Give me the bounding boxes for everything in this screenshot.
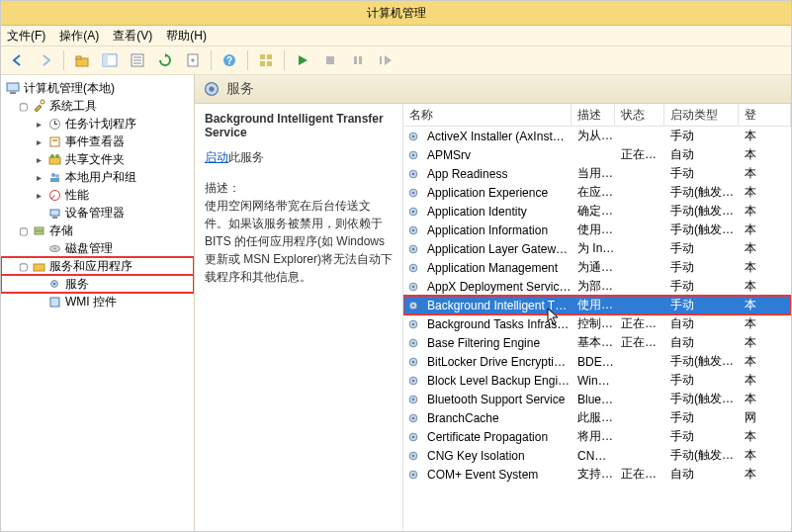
svg-rect-41 [50,298,59,307]
view-mode-button[interactable] [253,48,279,72]
col-desc[interactable]: 描述 [572,104,615,126]
service-startup: 手动 [664,240,739,257]
show-hide-console-tree-button[interactable] [97,48,123,72]
service-row[interactable]: AppX Deployment Servic…为部…手动本 [403,277,791,296]
tree-task-scheduler[interactable]: ▸任务计划程序 [1,115,194,133]
console-tree[interactable]: 计算机管理(本地) ▢ 系统工具 ▸任务计划程序 ▸事件查看器 ▸共享文件夹 ▸… [1,75,195,531]
service-row[interactable]: ActiveX Installer (AxInstSV)为从…手动本 [403,127,791,145]
tree-shared-folders[interactable]: ▸共享文件夹 [1,150,194,168]
services-list[interactable]: 名称 描述 状态 启动类型 登 ActiveX Installer (AxIns… [402,104,791,531]
service-state: 正在… [615,146,664,163]
service-startup: 手动 [664,372,739,389]
forward-button[interactable] [33,48,58,72]
tree-services[interactable]: 服务 [1,275,194,293]
menu-help[interactable]: 帮助(H) [166,28,207,44]
selected-service-name: Background Intelligent Transfer Service [205,112,393,139]
svg-point-29 [55,174,59,178]
service-row[interactable]: Block Level Backup Engi…Win…手动本 [403,371,791,390]
menu-file[interactable]: 文件(F) [7,28,45,44]
svg-point-53 [412,210,415,213]
tree-performance[interactable]: ▸性能 [1,186,194,204]
service-row[interactable]: Base Filtering Engine基本…正在…自动本 [403,333,791,352]
col-logon[interactable]: 登 [739,104,791,126]
clock-icon [46,116,62,132]
tree-disk-management[interactable]: 磁盘管理 [1,239,194,257]
service-desc: 为从… [572,128,615,144]
gear-icon [405,412,421,424]
svg-rect-16 [354,56,357,64]
svg-rect-17 [359,56,362,64]
service-logon: 网 [739,409,791,426]
service-row[interactable]: BranchCache此服…手动网 [403,408,791,427]
service-startup: 手动(触发… [664,447,739,464]
menu-view[interactable]: 查看(V) [113,28,152,44]
service-row[interactable]: CNG Key IsolationCNG…手动(触发…本 [403,446,791,465]
service-row[interactable]: COM+ Event System支持…正在…自动本 [403,465,791,484]
svg-point-61 [412,285,415,288]
service-name: Application Information [421,223,572,237]
service-name: Application Experience [421,186,572,200]
svg-point-37 [53,247,55,249]
tree-local-users[interactable]: ▸本地用户和组 [1,168,194,186]
tree-system-tools[interactable]: ▢ 系统工具 [1,97,194,115]
svg-point-59 [412,266,415,269]
svg-rect-3 [103,54,108,66]
tree-device-manager[interactable]: 设备管理器 [1,204,194,222]
refresh-button[interactable] [152,48,178,72]
service-detail-pane: Background Intelligent Transfer Service … [195,104,402,531]
column-headers[interactable]: 名称 描述 状态 启动类型 登 [403,104,791,127]
svg-rect-38 [34,264,44,271]
service-row[interactable]: Application Management为通…手动本 [403,258,791,277]
service-row[interactable]: Application Experience在应…手动(触发…本 [403,183,791,202]
svg-point-40 [53,283,56,286]
svg-rect-35 [35,231,44,234]
gear-icon [405,187,421,199]
tree-wmi[interactable]: WMI 控件 [1,293,194,310]
menu-action[interactable]: 操作(A) [59,28,99,44]
col-state[interactable]: 状态 [615,104,664,126]
gear-icon [405,450,421,462]
export-list-button[interactable] [180,48,206,72]
start-service-link[interactable]: 启动 [205,150,228,164]
col-name[interactable]: 名称 [403,104,572,126]
tree-root[interactable]: 计算机管理(本地) [1,79,194,97]
service-startup: 手动(触发… [664,222,739,238]
start-service-button[interactable] [290,48,315,72]
svg-rect-34 [35,227,44,230]
service-row[interactable]: Background Intelligent T…使用…手动本 [403,296,791,314]
help-button[interactable]: ? [217,48,242,72]
svg-rect-25 [49,157,60,164]
stop-service-button[interactable] [317,48,343,72]
tree-services-apps[interactable]: ▢服务和应用程序 [1,257,194,275]
service-row[interactable]: Background Tasks Infras…控制…正在…自动本 [403,314,791,333]
properties-button[interactable] [125,48,150,72]
service-row[interactable]: BitLocker Drive Encryptio…BDE…手动(触发…本 [403,352,791,371]
service-name: Application Layer Gatewa… [421,242,572,256]
service-desc: 将用… [572,428,615,445]
tree-storage[interactable]: ▢存储 [1,222,194,239]
service-name: CNG Key Isolation [421,449,572,463]
svg-rect-20 [10,92,16,94]
svg-point-28 [51,173,55,177]
back-button[interactable] [5,48,31,72]
gear-icon [405,431,421,443]
pause-service-button[interactable] [345,48,371,72]
service-row[interactable]: Application Information使用…手动(触发…本 [403,221,791,239]
service-name: AppX Deployment Servic… [421,280,572,294]
gear-icon [405,375,421,387]
service-row[interactable]: Bluetooth Support ServiceBlue…手动(触发…本 [403,390,791,408]
up-folder-button[interactable] [69,48,95,72]
service-logon: 本 [739,128,791,144]
col-startup[interactable]: 启动类型 [664,104,739,126]
service-row[interactable]: APMSrv正在…自动本 [403,145,791,164]
service-logon: 本 [739,203,791,220]
service-startup: 自动 [664,334,739,351]
service-row[interactable]: Certificate Propagation将用…手动本 [403,427,791,446]
service-row[interactable]: Application Layer Gatewa…为 In…手动本 [403,239,791,258]
service-row[interactable]: Application Identity确定…手动(触发…本 [403,202,791,221]
restart-service-button[interactable] [373,48,398,72]
service-row[interactable]: App Readiness当用…手动本 [403,164,791,183]
service-desc: 基本… [572,334,615,351]
tree-event-viewer[interactable]: ▸事件查看器 [1,133,194,150]
services-header: 服务 [195,75,791,104]
